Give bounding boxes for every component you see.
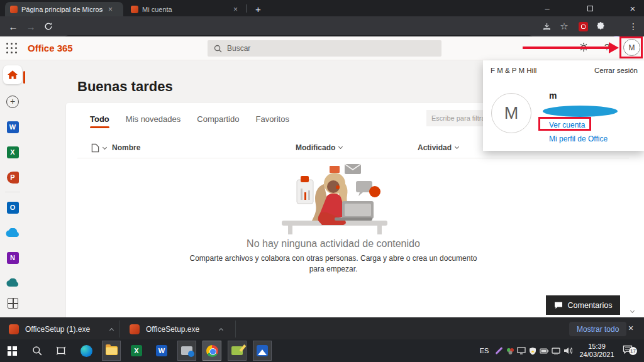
sidebar-item-onenote[interactable]: N [0,249,25,266]
tray-pen-icon[interactable] [493,339,504,362]
office-search-box[interactable]: Buscar [208,40,441,57]
all-apps-icon [8,298,18,309]
office-setup-icon [130,324,140,334]
onedrive-cloud-icon [5,228,20,238]
taskbar-clock[interactable]: 15:39 24/03/2021 [577,339,616,362]
close-tab-icon[interactable]: × [232,5,239,14]
taskbar-app-window[interactable] [177,341,196,361]
network-icon[interactable] [550,339,562,362]
back-icon[interactable]: ← [6,19,20,33]
sidebar-item-onedrive[interactable] [0,224,25,241]
column-modificado[interactable]: Modificado [296,143,342,152]
window-maximize-button[interactable] [577,0,602,16]
sidebar-item-word[interactable]: W [0,118,25,136]
chevron-up-icon[interactable] [109,327,114,332]
start-button[interactable] [3,341,21,361]
browser-tab-mi-cuenta[interactable]: Mi cuenta × [126,2,244,16]
task-view-button[interactable] [52,341,70,361]
office-favicon-icon [131,6,138,13]
chevron-down-icon [338,145,343,149]
close-download-bar-icon[interactable]: × [628,323,633,333]
empty-state-illustration [264,162,402,240]
notification-count-badge: 17 [629,347,637,355]
column-actividad[interactable]: Actividad [418,143,458,152]
sidebar-divider [5,192,20,192]
sidebar-item-create[interactable]: + [0,93,25,111]
column-type[interactable] [91,143,106,153]
app-launcher-icon[interactable] [6,43,18,54]
window-minimize-button[interactable]: – [535,0,560,16]
tab-title: Mi cuenta [142,6,172,13]
language-indicator[interactable]: ES [475,339,493,362]
sidebar-item-sharepoint[interactable] [0,274,25,292]
sidebar-item-home[interactable] [0,66,25,84]
feedback-button[interactable]: Comentarios [546,295,620,315]
word-icon: W [7,121,19,133]
bookmark-star-icon[interactable]: ☆ [557,19,571,33]
action-center-button[interactable]: 17 [620,339,635,362]
download-item[interactable]: OfficeSetup.exe [130,318,223,340]
tab-favoritos[interactable]: Favoritos [255,114,289,128]
show-all-downloads-button[interactable]: Mostrar todo [569,322,626,336]
content-tabs: Todo Mis novedades Compartido Favoritos [90,114,289,128]
tab-mis-novedades[interactable]: Mis novedades [126,114,180,128]
taskbar-edge[interactable] [77,341,96,361]
battery-icon[interactable] [538,339,550,362]
close-tab-icon[interactable]: × [107,5,114,14]
sidebar-item-excel[interactable]: X [0,143,25,161]
edge-icon [80,345,92,357]
sign-out-link[interactable]: Cerrar sesión [594,67,638,74]
account-avatar-large[interactable]: M [491,93,531,133]
tab-todo[interactable]: Todo [90,114,109,128]
photos-icon [257,345,268,356]
taskbar-search-button[interactable] [28,341,47,361]
excel-icon: X [131,345,142,356]
extensions-puzzle-icon[interactable] [594,19,608,33]
new-tab-button[interactable]: + [250,2,266,16]
sidebar-item-all-apps[interactable] [0,294,25,312]
tray-app-icon[interactable] [504,339,516,362]
taskbar-word[interactable]: W [152,341,171,361]
scrollbar-down-arrow[interactable] [631,304,634,315]
taskbar-image-editor[interactable] [228,341,247,361]
powerpoint-icon: P [7,172,19,184]
sharepoint-icon [6,278,19,287]
page-greeting: Buenas tardes [77,79,173,95]
excel-icon: X [7,146,19,158]
taskbar-photos[interactable] [253,341,272,361]
column-nombre[interactable]: Nombre [112,143,140,152]
download-separator [235,321,236,337]
windows-taskbar: X W ES 15:39 24/03/2021 [0,339,644,362]
screen: Página principal de Microsoft Offi × Mi … [0,0,644,362]
maximize-icon [587,6,593,11]
task-view-icon [56,346,66,355]
reload-icon[interactable] [42,19,55,33]
tray-monitor-icon[interactable] [516,339,527,362]
office-brand[interactable]: Office 365 [28,43,73,53]
browser-tab-office-home[interactable]: Página principal de Microsoft Offi × [5,2,123,16]
window-close-button[interactable]: × [620,0,644,16]
download-tray-icon[interactable] [540,19,553,33]
extension-icon-red[interactable] [576,19,590,33]
sidebar-item-powerpoint[interactable]: P [0,168,25,186]
file-explorer-icon [106,346,118,355]
tab-compartido[interactable]: Compartido [197,114,239,128]
taskbar-chrome[interactable] [203,341,221,361]
table-divider [77,158,629,158]
app-sidebar: + W X P O N [0,60,25,317]
forward-icon[interactable]: → [24,19,38,33]
browser-menu-icon[interactable]: ⋮ [626,19,640,33]
account-panel: F M & P M Hill Cerrar sesión M m Ver cue… [483,60,644,151]
redacted-email [543,106,618,117]
account-org-name: F M & P M Hill [491,67,536,74]
search-icon [32,346,42,356]
chevron-up-icon[interactable] [219,327,223,332]
taskbar-file-explorer[interactable] [102,341,121,361]
taskbar-excel[interactable]: X [127,341,146,361]
speaker-icon[interactable] [562,339,574,362]
sidebar-item-outlook[interactable]: O [0,199,25,216]
download-item[interactable]: OfficeSetup (1).exe [9,318,113,340]
annotation-box-avatar [619,36,643,58]
security-shield-icon[interactable] [527,339,538,362]
office-profile-link[interactable]: Mi perfil de Office [549,134,608,143]
